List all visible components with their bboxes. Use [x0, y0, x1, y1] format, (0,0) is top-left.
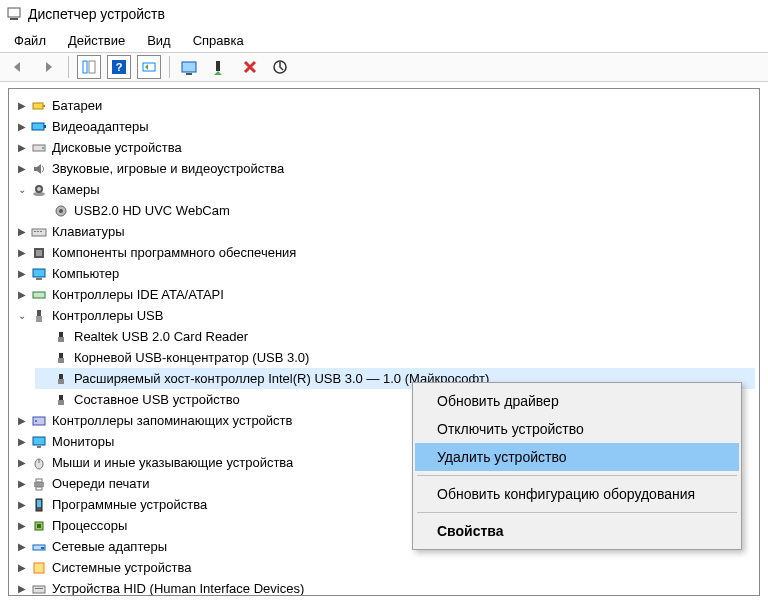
camera-icon: [31, 182, 47, 198]
usb-device-icon: [53, 392, 69, 408]
tree-row-usb-root-hub[interactable]: Корневой USB-концентратор (USB 3.0): [35, 347, 755, 368]
storage-icon: [31, 413, 47, 429]
svg-rect-1: [10, 18, 18, 20]
disk-icon: [31, 140, 47, 156]
tree-row-camera-child[interactable]: USB2.0 HD UVC WebCam: [35, 200, 755, 221]
svg-rect-25: [40, 231, 42, 232]
expander-icon[interactable]: ▶: [15, 477, 29, 491]
svg-rect-39: [59, 395, 63, 400]
tree-row-ide[interactable]: ▶ Контроллеры IDE ATA/ATAPI: [13, 284, 755, 305]
expander-icon[interactable]: ▶: [15, 582, 29, 596]
svg-rect-53: [37, 524, 41, 528]
expander-icon[interactable]: ▶: [15, 540, 29, 554]
expander-icon[interactable]: ▶: [15, 246, 29, 260]
svg-rect-30: [33, 292, 45, 298]
back-button[interactable]: [6, 55, 30, 79]
menu-file[interactable]: Файл: [4, 31, 56, 50]
expander-icon[interactable]: ▶: [15, 288, 29, 302]
cpu-icon: [31, 518, 47, 534]
monitor-icon: [31, 434, 47, 450]
menu-view[interactable]: Вид: [137, 31, 181, 50]
tree-label: Программные устройства: [52, 497, 207, 512]
tree-label: Контроллеры IDE ATA/ATAPI: [52, 287, 224, 302]
tree-row-computer[interactable]: ▶ Компьютер: [13, 263, 755, 284]
show-hide-tree-button[interactable]: [77, 55, 101, 79]
expander-icon[interactable]: ▶: [15, 120, 29, 134]
toolbar-separator: [68, 56, 69, 78]
svg-rect-23: [34, 231, 36, 232]
tree-row-software-components[interactable]: ▶ Компоненты программного обеспечения: [13, 242, 755, 263]
component-icon: [31, 245, 47, 261]
tree-label: Мыши и иные указывающие устройства: [52, 455, 293, 470]
svg-rect-22: [32, 229, 46, 236]
svg-rect-38: [58, 379, 64, 384]
system-icon: [31, 560, 47, 576]
svg-rect-13: [32, 123, 44, 130]
context-scan[interactable]: Обновить конфигурацию оборудования: [415, 480, 739, 508]
update-driver-button[interactable]: [178, 55, 202, 79]
expander-icon-expanded[interactable]: ⌄: [15, 309, 29, 323]
svg-rect-7: [182, 62, 196, 72]
tree-row-sound[interactable]: ▶ Звуковые, игровые и видеоустройства: [13, 158, 755, 179]
help-button[interactable]: ?: [107, 55, 131, 79]
context-properties[interactable]: Свойства: [415, 517, 739, 545]
svg-point-42: [35, 420, 37, 422]
expander-icon[interactable]: ▶: [15, 498, 29, 512]
svg-rect-55: [41, 547, 44, 549]
expander-icon[interactable]: ▶: [15, 141, 29, 155]
tree-row-video-adapters[interactable]: ▶ Видеоадаптеры: [13, 116, 755, 137]
svg-rect-49: [36, 487, 42, 490]
svg-rect-43: [33, 437, 45, 445]
network-icon: [31, 539, 47, 555]
context-uninstall[interactable]: Удалить устройство: [415, 443, 739, 471]
disable-button[interactable]: [208, 55, 232, 79]
display-adapter-icon: [31, 119, 47, 135]
uninstall-button[interactable]: [238, 55, 262, 79]
forward-button[interactable]: [36, 55, 60, 79]
context-disable[interactable]: Отключить устройство: [415, 415, 739, 443]
tree-label: Компоненты программного обеспечения: [52, 245, 296, 260]
properties-button[interactable]: [268, 55, 292, 79]
tree-row-hid[interactable]: ▶ Устройства HID (Human Interface Device…: [13, 578, 755, 596]
expander-icon[interactable]: ▶: [15, 561, 29, 575]
tree-row-usb-realtek[interactable]: Realtek USB 2.0 Card Reader: [35, 326, 755, 347]
usb-device-icon: [53, 350, 69, 366]
expander-icon[interactable]: ▶: [15, 225, 29, 239]
scan-hardware-button[interactable]: [137, 55, 161, 79]
expander-icon-expanded[interactable]: ⌄: [15, 183, 29, 197]
toolbar: ?: [0, 52, 768, 82]
svg-rect-8: [186, 73, 192, 75]
context-separator: [417, 475, 737, 476]
tree-label: Видеоадаптеры: [52, 119, 149, 134]
tree-label: Компьютер: [52, 266, 119, 281]
svg-rect-41: [33, 417, 45, 425]
tree-label: Очереди печати: [52, 476, 150, 491]
expander-icon[interactable]: ▶: [15, 414, 29, 428]
expander-icon[interactable]: ▶: [15, 435, 29, 449]
tree-row-keyboards[interactable]: ▶ Клавиатуры: [13, 221, 755, 242]
tree-label: Составное USB устройство: [74, 392, 240, 407]
tree-row-usb[interactable]: ⌄ Контроллеры USB: [13, 305, 755, 326]
svg-rect-24: [37, 231, 39, 232]
tree-label: Корневой USB-концентратор (USB 3.0): [74, 350, 309, 365]
menu-action[interactable]: Действие: [58, 31, 135, 50]
expander-icon[interactable]: ▶: [15, 162, 29, 176]
expander-icon[interactable]: ▶: [15, 519, 29, 533]
expander-icon[interactable]: ▶: [15, 99, 29, 113]
usb-device-icon: [53, 371, 69, 387]
svg-rect-14: [44, 125, 46, 128]
tree-label: Звуковые, игровые и видеоустройства: [52, 161, 284, 176]
titlebar: Диспетчер устройств: [0, 0, 768, 28]
expander-icon[interactable]: ▶: [15, 267, 29, 281]
tree-row-system-devices[interactable]: ▶ Системные устройства: [13, 557, 755, 578]
svg-rect-37: [59, 374, 63, 379]
svg-text:?: ?: [116, 61, 123, 73]
context-update-driver[interactable]: Обновить драйвер: [415, 387, 739, 415]
tree-row-cameras[interactable]: ⌄ Камеры: [13, 179, 755, 200]
software-icon: [31, 497, 47, 513]
menu-help[interactable]: Справка: [183, 31, 254, 50]
svg-rect-35: [59, 353, 63, 358]
expander-icon[interactable]: ▶: [15, 456, 29, 470]
tree-row-batteries[interactable]: ▶ Батареи: [13, 95, 755, 116]
tree-row-disk-drives[interactable]: ▶ Дисковые устройства: [13, 137, 755, 158]
